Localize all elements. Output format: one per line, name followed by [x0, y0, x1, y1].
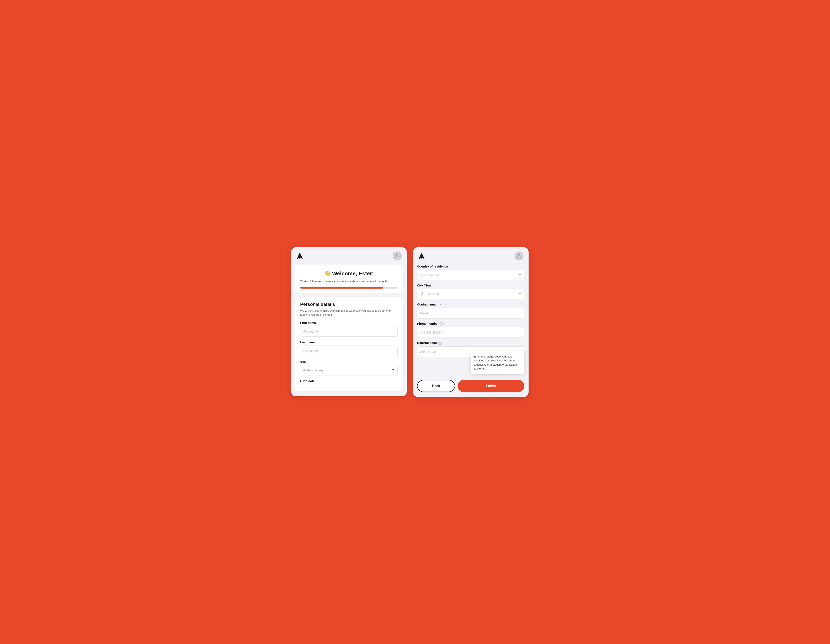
bottom-actions: Back Finish — [413, 377, 529, 397]
progress-bar-fill — [300, 287, 383, 288]
country-section: Country of residence — [417, 264, 524, 280]
tooltip-text: Enter the referral code you have receive… — [474, 355, 517, 370]
sex-label: Sex — [300, 360, 398, 363]
back-button[interactable]: Back — [417, 380, 455, 392]
left-header — [291, 247, 407, 264]
screens-container: 👋 Welcome, Ester! That's it! Please comp… — [291, 247, 539, 397]
welcome-subtitle: That's it! Please complete your personal… — [300, 279, 398, 283]
sex-select[interactable] — [300, 365, 398, 375]
referral-help-icon[interactable]: ? — [438, 341, 442, 345]
right-header — [413, 247, 529, 264]
first-name-input[interactable] — [300, 326, 398, 337]
svg-point-2 — [421, 293, 422, 293]
country-label: Country of residence — [417, 264, 524, 268]
last-name-input[interactable] — [300, 345, 398, 356]
left-content: 👋 Welcome, Ester! That's it! Please comp… — [291, 264, 407, 396]
welcome-title: 👋 Welcome, Ester! — [300, 271, 398, 277]
birth-date-field: Birth date — [300, 379, 398, 383]
city-section: City / Town — [417, 283, 524, 299]
referral-label: Referral code ? — [417, 341, 524, 345]
phone-help-icon[interactable]: ? — [440, 322, 444, 326]
right-form-area: Country of residence City / Town — [413, 264, 529, 357]
email-label: Contact email ? — [417, 302, 524, 306]
welcome-text-prefix: Welcome, — [332, 271, 359, 277]
right-logo — [418, 252, 425, 259]
city-label: City / Town — [417, 283, 524, 287]
birth-date-label: Birth date — [300, 379, 398, 383]
right-screen: Country of residence City / Town — [413, 247, 529, 397]
svg-point-1 — [518, 254, 520, 256]
phone-input[interactable] — [417, 327, 524, 338]
last-name-label: Last name — [300, 340, 398, 344]
referral-section: Referral code ? Enter the referral code … — [417, 341, 524, 357]
email-input[interactable] — [417, 308, 524, 318]
last-name-field: Last name — [300, 340, 398, 356]
left-screen: 👋 Welcome, Ester! That's it! Please comp… — [291, 247, 407, 396]
country-select-wrapper — [417, 270, 524, 280]
personal-details-form: Personal details We will only share thes… — [295, 297, 402, 391]
finish-button[interactable]: Finish — [458, 380, 524, 392]
country-select[interactable] — [417, 270, 524, 280]
sex-field: Sex — [300, 360, 398, 375]
progress-bar — [300, 287, 398, 288]
welcome-name: Ester! — [359, 271, 374, 277]
first-name-label: First name — [300, 321, 398, 324]
phone-label: Phone number ? — [417, 322, 524, 326]
section-title: Personal details — [300, 302, 398, 307]
phone-section: Phone number ? — [417, 322, 524, 338]
referral-tooltip: Enter the referral code you have receive… — [471, 351, 524, 374]
logo — [296, 252, 304, 259]
right-avatar-button[interactable] — [515, 252, 524, 261]
section-subtitle: We will only share these with companies … — [300, 309, 398, 317]
email-help-icon[interactable]: ? — [439, 302, 442, 306]
pin-icon — [420, 292, 424, 296]
welcome-card: 👋 Welcome, Ester! That's it! Please comp… — [295, 264, 402, 293]
svg-point-0 — [396, 254, 398, 256]
city-select-wrapper — [417, 289, 524, 299]
wave-emoji: 👋 — [324, 271, 331, 277]
first-name-field: First name — [300, 321, 398, 337]
sex-select-wrapper — [300, 365, 398, 375]
avatar-button[interactable] — [393, 252, 402, 261]
city-select[interactable] — [417, 289, 524, 299]
email-section: Contact email ? — [417, 302, 524, 318]
